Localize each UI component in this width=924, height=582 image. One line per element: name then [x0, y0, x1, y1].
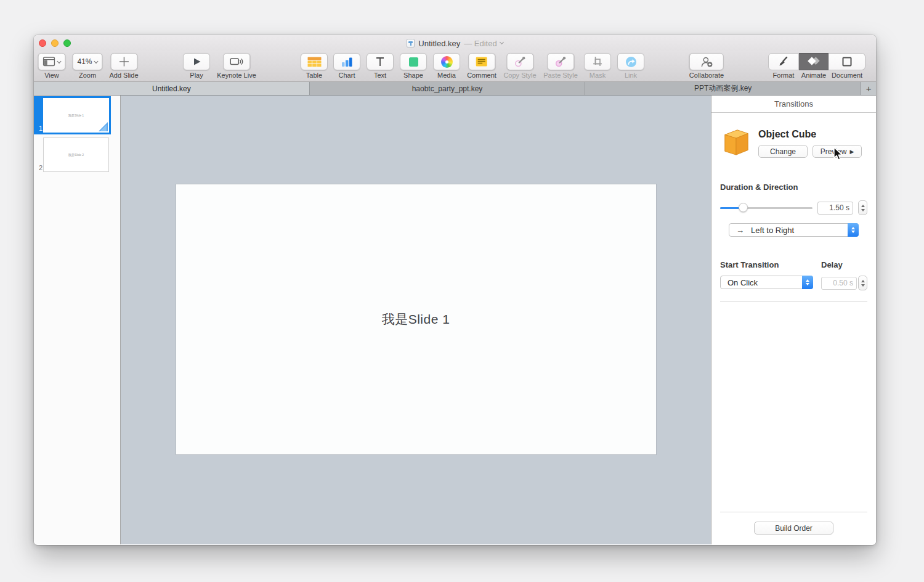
tab-bar: Untitled.key haobtc_party_ppt.key PPT动画案…	[34, 82, 876, 96]
toolbar-zoom-button[interactable]: 41% Zoom	[72, 53, 102, 79]
duration-stepper[interactable]	[858, 200, 867, 215]
delay-field[interactable]: 0.50 s	[821, 277, 857, 290]
slide-navigator: 我是Slide 1 1 我是Slide 2 2	[34, 96, 121, 544]
comment-icon	[476, 57, 488, 67]
slide-title-text: 我是Slide 1	[382, 311, 450, 328]
inspector-segmented-control: Format Animate Document	[768, 53, 865, 79]
slide-number: 2	[39, 164, 43, 171]
direction-dropdown[interactable]: → Left to Right	[729, 223, 859, 237]
inspector-header: Transitions	[711, 96, 876, 113]
toolbar-comment-button[interactable]: Comment	[467, 53, 496, 79]
object-cube-icon	[722, 128, 750, 156]
build-order-button[interactable]: Build Order	[754, 522, 833, 535]
current-slide[interactable]: 我是Slide 1	[176, 184, 657, 455]
new-tab-button[interactable]: +	[861, 82, 876, 95]
toolbar-media-button[interactable]: Media	[433, 53, 460, 79]
media-icon	[441, 56, 453, 68]
zoom-value: 41%	[77, 57, 92, 66]
toolbar-view-button[interactable]: View	[38, 53, 66, 79]
slide-thumbnail-2[interactable]: 我是Slide 2 2	[34, 136, 111, 174]
tab-ppt-animation-example[interactable]: PPT动画案例.key	[585, 82, 861, 95]
paste-style-icon	[554, 55, 567, 68]
play-glyph-icon: ▶	[849, 149, 854, 155]
toolbar-mask-button[interactable]: Mask	[584, 53, 611, 79]
shape-icon	[408, 57, 419, 67]
chevron-down-icon	[500, 40, 504, 44]
dropdown-arrows-icon	[848, 223, 859, 237]
document-icon	[841, 56, 853, 67]
toolbar-table-button[interactable]: Table	[301, 53, 328, 79]
toolbar-add-slide-button[interactable]: Add Slide	[109, 53, 138, 79]
toolbar-play-button[interactable]: Play	[183, 53, 210, 79]
slide-thumbnail-1[interactable]: 我是Slide 1 1	[34, 96, 111, 134]
slide-canvas: 我是Slide 1	[121, 96, 711, 544]
format-tab[interactable]: Format	[768, 53, 799, 79]
document-proxy-icon	[407, 39, 415, 47]
link-icon	[625, 56, 637, 68]
chart-icon	[340, 56, 354, 67]
toolbar-chart-button[interactable]: Chart	[333, 53, 360, 79]
start-transition-dropdown[interactable]: On Click	[720, 276, 813, 289]
animate-tab[interactable]: Animate	[799, 53, 829, 79]
change-button[interactable]: Change	[758, 145, 808, 158]
window-title: Untitled.key — Edited	[34, 35, 876, 51]
table-icon	[307, 57, 322, 67]
transition-badge-icon	[99, 122, 108, 131]
start-transition-label: Start Transition	[720, 260, 821, 269]
window-title-text: Untitled.key	[418, 39, 460, 48]
edited-menu[interactable]: — Edited	[464, 39, 503, 48]
animate-inspector: Transitions Object Cube Change Preview	[711, 96, 876, 544]
text-icon	[375, 56, 386, 67]
chevron-down-icon	[94, 59, 98, 63]
left-to-right-arrow-icon: →	[736, 226, 744, 235]
toolbar-keynote-live-button[interactable]: Keynote Live	[217, 53, 256, 79]
start-transition-section: Start Transition On Click Delay 0.50 s	[711, 260, 876, 290]
duration-direction-section: Duration & Direction 1.50 s → Left	[711, 182, 876, 237]
play-icon	[190, 56, 203, 67]
toolbar-collaborate-button[interactable]: Collaborate	[689, 53, 724, 79]
delay-stepper[interactable]	[858, 276, 867, 290]
preview-button[interactable]: Preview ▶	[813, 145, 862, 158]
toolbar-text-button[interactable]: Text	[367, 53, 394, 79]
dropdown-arrows-icon	[802, 276, 813, 289]
toolbar-paste-style-button[interactable]: Paste Style	[543, 53, 578, 79]
main-content: 我是Slide 1 1 我是Slide 2 2 我是Slide 1 Transi…	[34, 96, 876, 544]
collaborate-icon	[700, 56, 713, 68]
tab-untitled[interactable]: Untitled.key	[34, 82, 310, 95]
toolbar-link-button[interactable]: Link	[617, 53, 644, 79]
document-tab[interactable]: Document	[829, 53, 865, 79]
copy-style-icon	[514, 55, 526, 68]
duration-field[interactable]: 1.50 s	[817, 202, 853, 215]
toolbar: View 41% Zoom Add Slide	[34, 51, 876, 82]
format-icon	[777, 55, 790, 68]
toolbar-shape-button[interactable]: Shape	[400, 53, 427, 79]
keynote-live-icon	[229, 56, 244, 67]
slide-1-thumb[interactable]: 我是Slide 1	[43, 98, 109, 133]
tab-haobtc-party-ppt[interactable]: haobtc_party_ppt.key	[310, 82, 586, 95]
transition-effect-section: Object Cube Change Preview ▶	[711, 113, 876, 158]
keynote-window: Untitled.key — Edited View 41%	[34, 35, 876, 545]
slide-2-thumb[interactable]: 我是Slide 2	[43, 137, 109, 172]
delay-label: Delay	[821, 260, 867, 269]
duration-direction-label: Duration & Direction	[720, 182, 867, 192]
animate-icon	[807, 56, 821, 67]
inspector-footer: Build Order	[720, 512, 867, 544]
titlebar: Untitled.key — Edited	[34, 35, 876, 51]
toolbar-copy-style-button[interactable]: Copy Style	[503, 53, 536, 79]
mask-icon	[591, 55, 604, 68]
duration-slider[interactable]	[720, 203, 813, 213]
duration-slider-knob[interactable]	[739, 203, 748, 212]
minimize-button[interactable]	[51, 39, 59, 47]
transition-name: Object Cube	[758, 129, 862, 140]
slide-number: 1	[39, 125, 43, 132]
chevron-down-icon	[57, 59, 61, 63]
close-button[interactable]	[39, 39, 46, 47]
plus-icon	[118, 56, 129, 67]
zoom-window-button[interactable]	[63, 39, 71, 47]
traffic-lights	[39, 39, 71, 47]
view-icon	[43, 57, 55, 67]
